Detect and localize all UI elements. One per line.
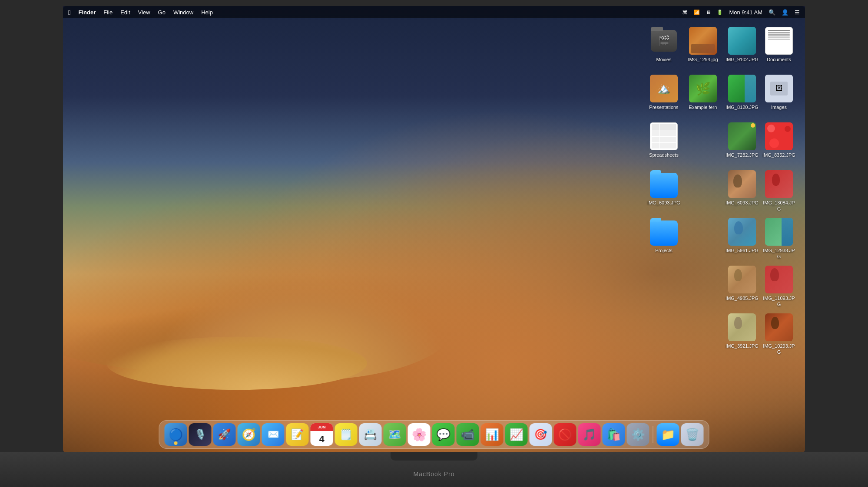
window-menu[interactable]: Window <box>173 9 193 16</box>
projects-icon <box>650 218 678 246</box>
img8352-icon <box>765 122 793 150</box>
go-menu[interactable]: Go <box>158 9 166 16</box>
dock-facetime[interactable]: 📹 <box>457 423 479 446</box>
dock-stickies[interactable]: 📝 <box>286 423 309 446</box>
presentations-label: Presentations <box>649 104 678 110</box>
dock-launchpad[interactable]: 🚀 <box>213 423 236 446</box>
desktop-icon-img3921[interactable]: IMG_3921.JPG <box>722 310 762 358</box>
img5961-icon <box>728 218 756 246</box>
spreadsheets-icon <box>650 122 678 150</box>
images-icon: 🖼 <box>765 75 793 102</box>
dock-siri[interactable]: 🎙️ <box>189 423 212 446</box>
dock-trash[interactable]: 🗑️ <box>681 423 704 446</box>
apple-menu[interactable]:  <box>68 9 70 16</box>
movies-label: Movies <box>656 56 672 63</box>
desktop-icon-img7282[interactable]: IMG_7282.JPG <box>722 119 762 167</box>
img8120-icon <box>728 75 756 102</box>
img6093-label: IMG_6093.JPG <box>726 200 759 206</box>
img10293-icon <box>765 313 793 341</box>
desktop-icon-img4985[interactable]: IMG_4985.JPG <box>722 262 762 310</box>
dock-numbers[interactable]: 📈 <box>505 423 528 446</box>
desktop-icon-movies[interactable]: 🎬 Movies <box>644 23 683 71</box>
wifi-status[interactable]: 📶 <box>694 10 700 15</box>
desktop-icon-fern[interactable]: 🌿 Example fern <box>683 71 722 119</box>
img1294-icon <box>689 27 717 55</box>
dock-notes[interactable]: 🗒️ <box>335 423 358 446</box>
img7282-label: IMG_7282.JPG <box>726 152 759 158</box>
dock-messages[interactable]: 💬 <box>432 423 455 446</box>
search-icon[interactable]: 🔍 <box>769 9 775 16</box>
img9102-icon <box>728 27 756 55</box>
desktop-icon-img9102[interactable]: IMG_9102.JPG <box>722 23 762 71</box>
movies-icon: 🎬 <box>650 27 678 55</box>
desktop-icon-spreadsheets[interactable]: Spreadsheets <box>644 119 683 167</box>
img6093-icon <box>728 170 756 198</box>
user-icon[interactable]: 👤 <box>782 9 788 16</box>
dock-appstore[interactable]: 🛍️ <box>603 423 625 446</box>
desktop-icon-documents[interactable]: Documents <box>762 23 796 71</box>
desktop-icon-presentations[interactable]: 🏔️ Presentations <box>644 71 683 119</box>
desktop-icon-img8120[interactable]: IMG_8120.JPG <box>722 71 762 119</box>
clock: Mon 9:41 AM <box>729 9 762 16</box>
dock-keynote[interactable]: 📊 <box>481 423 504 446</box>
desktop-icon-img8352[interactable]: IMG_8352.JPG <box>762 119 796 167</box>
dock-systemprefs[interactable]: ⚙️ <box>627 423 649 446</box>
projects-label: Projects <box>655 247 673 253</box>
dock-cards[interactable]: 📇 <box>359 423 382 446</box>
img12938-icon <box>765 218 793 246</box>
help-menu[interactable]: Help <box>201 9 213 16</box>
desktop-icon-work[interactable]: IMG_6093.JPG <box>644 167 683 214</box>
dock-maps[interactable]: 🗺️ <box>384 423 406 446</box>
menubar:  Finder File Edit View Go Window Help ⌘… <box>63 6 805 18</box>
bezel-left <box>0 0 63 452</box>
img7282-icon <box>728 122 756 150</box>
dock-finder[interactable]: 🔵 <box>165 423 187 446</box>
desktop-icon-img6093[interactable]: IMG_6093.JPG <box>722 167 762 214</box>
battery-icon[interactable]: 🔋 <box>717 10 723 15</box>
img8120-label: IMG_8120.JPG <box>726 104 759 110</box>
dock-keynote2[interactable]: 🎯 <box>530 423 552 446</box>
desktop-icon-img10293[interactable]: IMG_10293.JPG <box>762 310 796 358</box>
documents-icon <box>765 27 793 55</box>
bezel-top <box>0 0 868 6</box>
finder-dot <box>174 441 178 445</box>
menubar-left:  Finder File Edit View Go Window Help <box>68 9 213 16</box>
dock-photos[interactable]: 🌸 <box>408 423 431 446</box>
dock-mail[interactable]: ✉️ <box>262 423 285 446</box>
view-menu[interactable]: View <box>138 9 150 16</box>
file-menu[interactable]: File <box>103 9 113 16</box>
dock-divider <box>653 426 653 443</box>
menubar-right: ⌘ 📶 🖥 🔋 Mon 9:41 AM 🔍 👤 ☰ <box>682 9 800 16</box>
dock-donotdisturb[interactable]: 🚫 <box>554 423 576 446</box>
desktop-icon-img12938[interactable]: IMG_12938.JPG <box>762 214 796 262</box>
img9102-label: IMG_9102.JPG <box>726 56 759 63</box>
dock-calendar[interactable]: JUN 4 <box>311 423 333 446</box>
img7282-badge <box>751 123 755 128</box>
dock: 🔵 🎙️ 🚀 🧭 ✉️ 📝 JUN 4 🗒️ 📇 <box>159 420 709 449</box>
desktop-icon-img13084[interactable]: IMG_13084.JPG <box>762 167 796 214</box>
img5961-label: IMG_5961.JPG <box>726 247 759 253</box>
laptop-bottom: MacBook Pro <box>0 452 868 487</box>
desktop-icon-img1294[interactable]: IMG_1294.jpg <box>683 23 722 71</box>
monitor-icon[interactable]: 🖥 <box>706 10 711 15</box>
wifi-icon: ⌘ <box>682 9 688 16</box>
desktop-icon-img11093[interactable]: IMG_11093.JPG <box>762 262 796 310</box>
img1294-label: IMG_1294.jpg <box>688 56 718 63</box>
dock-safari[interactable]: 🧭 <box>238 423 260 446</box>
work-icon <box>650 170 678 198</box>
laptop-frame:  Finder File Edit View Go Window Help ⌘… <box>0 0 868 487</box>
bezel-right <box>805 0 868 452</box>
dune3 <box>106 337 367 390</box>
desktop-icon-images[interactable]: 🖼 Images <box>762 71 796 119</box>
laptop-notch <box>391 452 477 461</box>
desktop-icon-img5961[interactable]: IMG_5961.JPG <box>722 214 762 262</box>
desktop-icon-projects[interactable]: Projects <box>644 214 683 262</box>
control-icon[interactable]: ☰ <box>795 9 800 16</box>
img3921-icon <box>728 313 756 341</box>
finder-menu[interactable]: Finder <box>78 9 96 16</box>
img3921-label: IMG_3921.JPG <box>726 343 759 349</box>
img8352-label: IMG_8352.JPG <box>762 152 795 158</box>
dock-folder[interactable]: 📁 <box>657 423 679 446</box>
dock-itunes[interactable]: 🎵 <box>578 423 601 446</box>
edit-menu[interactable]: Edit <box>120 9 130 16</box>
